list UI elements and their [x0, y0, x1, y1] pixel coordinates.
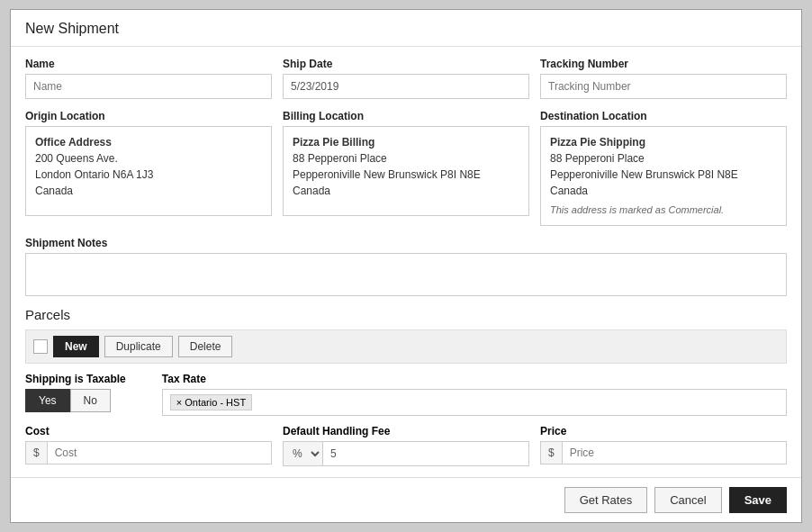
billing-line2: Pepperoniville New Brunswick P8I N8E — [293, 167, 519, 183]
billing-name: Pizza Pie Billing — [293, 134, 519, 150]
billing-line1: 88 Pepperoni Place — [293, 150, 519, 167]
billing-address-box: Pizza Pie Billing 88 Pepperoni Place Pep… — [283, 126, 529, 216]
row-locations: Origin Location Office Address 200 Queen… — [25, 110, 787, 226]
price-input[interactable] — [563, 442, 786, 464]
billing-group: Billing Location Pizza Pie Billing 88 Pe… — [283, 110, 529, 226]
handling-group: Default Handling Fee % $ — [283, 425, 529, 466]
dialog-title: New Shipment — [11, 10, 801, 47]
tracking-number-label: Tracking Number — [540, 58, 787, 70]
tracking-number-input[interactable] — [540, 74, 787, 99]
destination-name: Pizza Pie Shipping — [550, 134, 777, 150]
tracking-number-group: Tracking Number — [540, 58, 787, 99]
origin-name: Office Address — [35, 134, 262, 150]
origin-address-box: Office Address 200 Queens Ave. London On… — [25, 126, 272, 216]
price-input-addon: $ — [540, 441, 787, 464]
destination-label: Destination Location — [540, 110, 787, 122]
dialog-footer: Get Rates Cancel Save — [11, 477, 801, 522]
handling-input-addon: % $ — [283, 441, 529, 466]
cost-input[interactable] — [48, 442, 271, 464]
price-group: Price $ — [540, 425, 787, 466]
destination-address-box: Pizza Pie Shipping 88 Pepperoni Place Pe… — [540, 126, 787, 226]
destination-line1: 88 Pepperoni Place — [550, 150, 777, 167]
price-dollar-sign: $ — [541, 442, 563, 464]
taxable-label: Shipping is Taxable — [25, 373, 126, 385]
origin-group: Origin Location Office Address 200 Queen… — [25, 110, 272, 226]
taxable-btn-group: Yes No — [25, 389, 126, 412]
new-shipment-dialog: New Shipment Name Ship Date Tracking Num… — [10, 9, 802, 523]
destination-line3: Canada — [550, 183, 777, 199]
ship-date-label: Ship Date — [283, 58, 529, 70]
name-input[interactable] — [25, 74, 272, 99]
cost-label: Cost — [25, 425, 272, 437]
destination-group: Destination Location Pizza Pie Shipping … — [540, 110, 787, 226]
tax-rate-tag: × Ontario - HST — [170, 394, 252, 410]
destination-line2: Pepperoniville New Brunswick P8I N8E — [550, 167, 777, 183]
tax-rate-input-box[interactable]: × Ontario - HST — [162, 389, 787, 416]
cancel-button[interactable]: Cancel — [654, 487, 721, 513]
delete-parcel-button[interactable]: Delete — [178, 336, 233, 357]
name-group: Name — [25, 58, 272, 99]
tax-rate-label: Tax Rate — [162, 373, 787, 385]
cost-group: Cost $ — [25, 425, 272, 466]
taxable-group: Shipping is Taxable Yes No — [25, 373, 126, 412]
duplicate-parcel-button[interactable]: Duplicate — [104, 336, 173, 357]
row-name-date-tracking: Name Ship Date Tracking Number — [25, 58, 787, 99]
handling-type-select[interactable]: % $ — [284, 442, 323, 465]
get-rates-button[interactable]: Get Rates — [564, 487, 648, 513]
name-label: Name — [25, 58, 272, 70]
cost-input-addon: $ — [25, 441, 272, 464]
taxable-yes-button[interactable]: Yes — [25, 389, 70, 412]
notes-group: Shipment Notes — [25, 237, 787, 296]
save-button[interactable]: Save — [729, 487, 787, 513]
billing-label: Billing Location — [283, 110, 529, 122]
parcels-section: Parcels New Duplicate Delete Shipping is… — [25, 307, 787, 466]
parcels-toolbar: New Duplicate Delete — [25, 329, 787, 364]
origin-line2: London Ontario N6A 1J3 — [35, 167, 262, 183]
cost-dollar-sign: $ — [26, 442, 48, 464]
billing-line3: Canada — [293, 183, 519, 199]
cost-handling-price-row: Cost $ Default Handling Fee % $ — [25, 425, 787, 466]
taxable-no-button[interactable]: No — [70, 389, 111, 412]
tax-rate-tag-text: × Ontario - HST — [176, 397, 246, 408]
ship-date-input[interactable] — [283, 74, 529, 99]
dialog-body: Name Ship Date Tracking Number Origin Lo… — [11, 47, 801, 477]
parcel-row-checkbox[interactable] — [33, 339, 48, 354]
new-parcel-button[interactable]: New — [53, 336, 99, 357]
origin-line1: 200 Queens Ave. — [35, 150, 262, 167]
taxable-tax-row: Shipping is Taxable Yes No Tax Rate × On… — [25, 373, 787, 416]
handling-input[interactable] — [323, 442, 528, 465]
price-label: Price — [540, 425, 787, 437]
parcels-title: Parcels — [25, 307, 787, 322]
tax-rate-group: Tax Rate × Ontario - HST — [162, 373, 787, 416]
notes-textarea[interactable] — [25, 253, 787, 296]
notes-label: Shipment Notes — [25, 237, 787, 249]
handling-label: Default Handling Fee — [283, 425, 529, 437]
ship-date-group: Ship Date — [283, 58, 529, 99]
origin-label: Origin Location — [25, 110, 272, 122]
origin-line3: Canada — [35, 183, 262, 199]
destination-note: This address is marked as Commercial. — [550, 203, 777, 218]
